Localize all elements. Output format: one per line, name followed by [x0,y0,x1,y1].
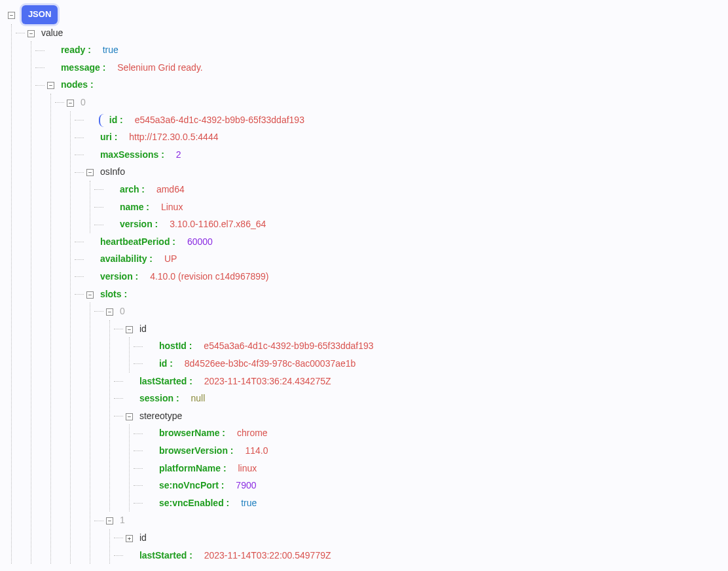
idx-node-0: 0 [81,97,86,107]
value-object: value [41,28,63,38]
val-platformname: linux [238,463,257,473]
key-laststarted-1: lastStarted [139,550,192,561]
key-vncenabled: se:vncEnabled [159,498,229,508]
val-hostid: e545a3a6-4d1c-4392-b9b9-65f33ddaf193 [204,341,373,351]
val-laststarted-1: 2023-11-14T03:22:00.549779Z [204,550,331,561]
val-osversion: 3.10.0-1160.el7.x86_64 [170,219,266,229]
val-ready: true [103,45,118,55]
slot0-id-object: id [139,323,147,334]
toggle-slot0-id[interactable] [126,326,133,333]
toggle-node-0[interactable] [67,100,74,107]
slot1-id-object: id [139,532,147,543]
key-platformname: platformName [159,463,227,473]
key-maxsessions: maxSessions [100,149,164,160]
val-browsername: chrome [237,428,268,438]
key-novncport: se:noVncPort [159,480,225,490]
key-node-id: id [109,115,123,125]
toggle-root[interactable] [8,12,15,19]
key-laststarted-0: lastStarted [139,376,192,386]
val-arch: amd64 [156,184,185,194]
val-session: null [191,393,205,403]
val-node-id: e545a3a6-4d1c-4392-b9b9-65f33ddaf193 [135,115,304,125]
val-slotid: 8d4526ee-b3bc-4f39-978c-8ac00037ae1b [185,358,356,369]
osinfo-object: osInfo [100,166,125,177]
toggle-stereotype[interactable] [126,413,133,420]
key-session: session [139,393,179,403]
brace-icon [99,114,104,127]
toggle-nodes[interactable] [47,82,54,89]
toggle-slots[interactable] [86,291,94,299]
key-message: message [61,62,106,73]
val-availability: UP [164,253,177,264]
key-hostid: hostId [159,341,192,351]
key-browsername: browserName [159,428,225,438]
toggle-osinfo[interactable] [86,169,94,176]
val-heartbeat: 60000 [187,236,213,247]
toggle-slot-0[interactable] [106,308,113,316]
idx-slot-0: 0 [120,306,125,316]
val-uri: http://172.30.0.5:4444 [129,132,218,142]
val-osname: Linux [161,202,183,212]
toggle-slot1-id[interactable] [126,535,133,542]
key-nodes: nodes [61,79,94,90]
key-version: version [100,271,138,282]
key-osversion: version [120,219,158,229]
idx-slot-1: 1 [120,515,125,525]
key-osname: name [120,202,149,212]
key-arch: arch [120,184,145,194]
val-maxsessions: 2 [176,149,181,160]
val-novncport: 7900 [236,480,256,490]
val-laststarted-0: 2023-11-14T03:36:24.434275Z [204,376,331,386]
toggle-slot-1[interactable] [106,517,113,525]
val-message: Selenium Grid ready. [117,62,202,73]
key-heartbeat: heartbeatPeriod [100,236,175,247]
val-vncenabled: true [241,498,257,508]
key-slots: slots [100,289,127,299]
key-browserversion: browserVersion [159,445,234,456]
toggle-value[interactable] [27,30,35,37]
key-slotid: id [159,358,173,369]
key-availability: availability [100,253,153,264]
stereotype-object: stereotype [139,411,182,421]
json-badge: JSON [22,5,58,24]
key-ready: ready [61,45,91,55]
val-version: 4.10.0 (revision c14d967899) [150,271,268,282]
val-browserversion: 114.0 [245,445,268,456]
key-uri: uri [100,132,117,142]
